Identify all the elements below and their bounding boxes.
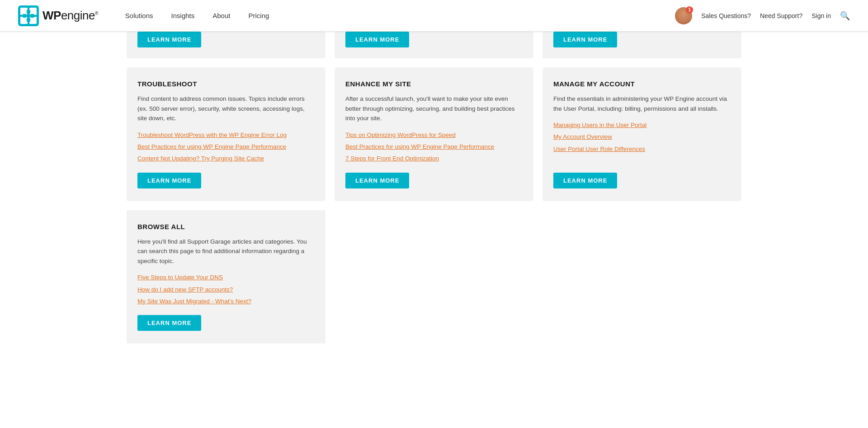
nav-pricing[interactable]: Pricing [248, 12, 269, 19]
logo[interactable]: WPengine® [18, 5, 98, 26]
svg-rect-8 [27, 18, 30, 22]
browse-all-title: BROWSE ALL [137, 223, 315, 230]
manage-learn-more[interactable]: LEARN MORE [553, 173, 617, 188]
logo-engine: engine [61, 9, 95, 22]
browse-link-3[interactable]: My Site Was Just Migrated - What's Next? [137, 297, 315, 306]
browse-link-1[interactable]: Five Steps to Update Your DNS [137, 273, 315, 282]
user-avatar-wrapper[interactable]: 1 [675, 7, 692, 24]
svg-rect-1 [20, 8, 28, 15]
troubleshoot-link-3[interactable]: Content Not Updating? Try Purging Site C… [137, 154, 315, 163]
enhance-links: Tips on Optimizing WordPress for Speed B… [345, 131, 523, 164]
svg-rect-2 [29, 8, 37, 15]
svg-rect-5 [27, 10, 30, 14]
troubleshoot-title: TROUBLESHOOT [137, 80, 315, 88]
manage-links: Managing Users in the User Portal My Acc… [553, 121, 731, 163]
main-nav: Solutions Insights About Pricing [125, 12, 675, 19]
nav-about[interactable]: About [212, 12, 230, 19]
empty-cell-2 [335, 210, 533, 344]
browse-all-desc: Here you'll find all Support Garage arti… [137, 237, 315, 266]
partial-card-1: LEARN MORE [127, 32, 326, 58]
manage-link-2[interactable]: My Account Overview [553, 132, 731, 141]
logo-wp: WP [42, 9, 61, 22]
svg-rect-3 [20, 17, 28, 24]
browse-all-learn-more[interactable]: LEARN MORE [137, 315, 201, 331]
search-button[interactable]: 🔍 [840, 11, 850, 21]
partial-card-row: LEARN MORE LEARN MORE LEARN MORE [127, 32, 741, 58]
troubleshoot-learn-more[interactable]: LEARN MORE [137, 173, 201, 188]
partial-card-2: LEARN MORE [335, 32, 533, 58]
browse-link-2[interactable]: How do I add new SFTP accounts? [137, 285, 315, 294]
troubleshoot-links: Troubleshoot WordPress with the WP Engin… [137, 131, 315, 164]
manage-link-3[interactable]: User Portal User Role Differences [553, 145, 731, 154]
svg-rect-6 [23, 14, 26, 18]
enhance-learn-more[interactable]: LEARN MORE [345, 173, 409, 188]
empty-cell-3 [542, 210, 741, 344]
enhance-link-1[interactable]: Tips on Optimizing WordPress for Speed [345, 131, 523, 140]
page-content: LEARN MORE LEARN MORE LEARN MORE TROUBLE… [0, 32, 868, 343]
browse-all-links: Five Steps to Update Your DNS How do I a… [137, 273, 315, 306]
enhance-card: ENHANCE MY SITE After a successful launc… [335, 67, 533, 201]
manage-card: MANAGE MY ACCOUNT Find the essentials in… [542, 67, 741, 201]
bottom-grid: BROWSE ALL Here you'll find all Support … [127, 210, 741, 344]
svg-rect-4 [29, 17, 37, 24]
troubleshoot-desc: Find content to address common issues. T… [137, 94, 315, 123]
main-cards-grid: TROUBLESHOOT Find content to address com… [127, 67, 741, 201]
troubleshoot-link-2[interactable]: Best Practices for using WP Engine Page … [137, 142, 315, 151]
sales-questions-link[interactable]: Sales Questions? [701, 12, 751, 19]
troubleshoot-link-1[interactable]: Troubleshoot WordPress with the WP Engin… [137, 131, 315, 140]
browse-all-card: BROWSE ALL Here you'll find all Support … [127, 210, 326, 344]
nav-solutions[interactable]: Solutions [125, 12, 153, 19]
manage-link-1[interactable]: Managing Users in the User Portal [553, 121, 731, 130]
enhance-link-3[interactable]: 7 Steps for Front End Optimization [345, 154, 523, 163]
enhance-title: ENHANCE MY SITE [345, 80, 523, 88]
notification-badge: 1 [686, 6, 693, 14]
enhance-desc: After a successful launch, you'll want t… [345, 94, 523, 123]
wpengine-logo-icon [18, 5, 39, 26]
header-right: 1 Sales Questions? Need Support? Sign in… [675, 7, 850, 24]
svg-rect-9 [27, 14, 30, 18]
learn-more-btn-partial-3[interactable]: LEARN MORE [553, 32, 617, 47]
manage-title: MANAGE MY ACCOUNT [553, 80, 731, 88]
nav-insights[interactable]: Insights [171, 12, 195, 19]
learn-more-btn-partial-2[interactable]: LEARN MORE [345, 32, 409, 47]
logo-tagline: ® [95, 11, 98, 16]
svg-rect-7 [31, 14, 34, 18]
troubleshoot-card: TROUBLESHOOT Find content to address com… [127, 67, 326, 201]
partial-card-3: LEARN MORE [542, 32, 741, 58]
site-header: WPengine® Solutions Insights About Prici… [0, 0, 868, 32]
enhance-link-2[interactable]: Best Practices for using WP Engine Page … [345, 142, 523, 151]
need-support-link[interactable]: Need Support? [760, 12, 802, 19]
sign-in-link[interactable]: Sign in [811, 12, 831, 19]
manage-desc: Find the essentials in administering you… [553, 94, 731, 113]
learn-more-btn-partial-1[interactable]: LEARN MORE [137, 32, 201, 47]
